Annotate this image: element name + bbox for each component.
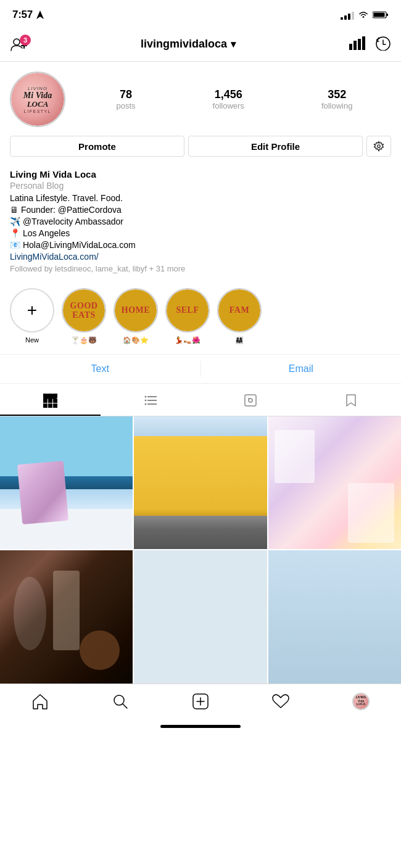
svg-point-36	[248, 398, 249, 399]
story-circle-fam[interactable]: FAM	[217, 288, 262, 333]
navigation-arrow-icon	[36, 10, 44, 19]
svg-rect-10	[358, 39, 361, 50]
tab-saved[interactable]	[301, 386, 402, 416]
display-name: Living Mi Vida Loca	[10, 169, 391, 180]
story-title-home: HOME	[122, 305, 150, 315]
story-item-good-eats[interactable]: GOODEATS 🍸🎂🐻	[62, 288, 106, 344]
story-title-good-eats: GOODEATS	[70, 301, 98, 320]
settings-button[interactable]	[366, 136, 391, 157]
svg-point-32	[144, 403, 146, 405]
text-button[interactable]: Text	[0, 355, 200, 383]
tab-bar	[0, 386, 401, 416]
promote-button[interactable]: Promote	[10, 136, 184, 157]
status-bar: 7:57	[0, 0, 401, 27]
story-item-new[interactable]: + New	[10, 288, 54, 344]
story-item-fam[interactable]: FAM 👨‍👩‍👧	[217, 288, 262, 344]
action-buttons: Promote Edit Profile	[10, 136, 391, 157]
nav-likes-button[interactable]	[262, 690, 299, 713]
chevron-down-icon: ▾	[231, 38, 236, 50]
header-username: livingmividaloca	[141, 38, 227, 51]
tab-tagged[interactable]	[200, 386, 301, 416]
nav-add-button[interactable]	[182, 690, 219, 713]
photo-grid	[0, 416, 401, 684]
posts-label: posts	[117, 101, 136, 110]
status-icons	[341, 10, 389, 20]
story-item-self[interactable]: SELF 💃👡🌺	[165, 288, 210, 344]
tab-list[interactable]	[101, 386, 201, 416]
bio-email: 📧 Hola@LivingMiVidaLoca.com	[10, 240, 391, 250]
bio-website-link[interactable]: LivingMiVidaLoca.com/	[10, 252, 391, 262]
svg-rect-27	[53, 403, 57, 408]
avatar[interactable]: LIVING Mi Vida LOCA LIFESTYL	[10, 72, 65, 127]
archive-icon	[375, 36, 391, 51]
svg-rect-24	[53, 399, 57, 403]
photo-cell-3[interactable]	[268, 416, 401, 549]
bio-ambassador: ✈️ @Travelocity Ambassador	[10, 217, 391, 226]
posts-stat[interactable]: 78 posts	[117, 88, 136, 110]
svg-rect-23	[48, 399, 52, 403]
edit-profile-button[interactable]: Edit Profile	[188, 136, 363, 157]
story-circle-self[interactable]: SELF	[165, 288, 210, 333]
svg-rect-31	[147, 400, 157, 401]
email-button[interactable]: Email	[201, 355, 402, 383]
svg-rect-3	[374, 13, 385, 17]
svg-rect-25	[43, 403, 48, 408]
grid-icon-simple	[43, 393, 57, 408]
story-label-self: 💃👡🌺	[175, 336, 200, 344]
tab-grid[interactable]	[0, 386, 101, 416]
svg-rect-11	[362, 36, 365, 50]
photo-cell-5[interactable]	[134, 550, 267, 683]
story-circle-home[interactable]: HOME	[114, 288, 158, 333]
bar-chart-icon	[349, 36, 365, 50]
followers-count: 1,456	[215, 88, 242, 101]
nav-search-button[interactable]	[102, 690, 139, 713]
svg-rect-34	[245, 395, 256, 406]
svg-rect-4	[387, 14, 389, 16]
followed-by: Followed by letsdineoc, lame_kat, libyf …	[10, 264, 391, 273]
photo-cell-6[interactable]	[268, 550, 401, 683]
gear-icon	[373, 141, 384, 152]
followers-label: followers	[213, 101, 244, 110]
svg-point-1	[363, 16, 365, 18]
svg-point-35	[249, 399, 252, 402]
posts-count: 78	[120, 88, 132, 101]
archive-button[interactable]	[375, 36, 391, 53]
profile-top-row: LIVING Mi Vida LOCA LIFESTYL 78 posts 1,…	[10, 72, 391, 127]
status-time: 7:57	[12, 9, 33, 21]
following-stat[interactable]: 352 following	[321, 88, 353, 110]
story-label-new: New	[25, 336, 39, 344]
contact-buttons: Text Email	[0, 354, 401, 384]
story-item-home[interactable]: HOME 🏠🎨⭐	[114, 288, 158, 344]
photo-cell-4[interactable]	[0, 550, 133, 683]
stats-row: 78 posts 1,456 followers 352 following	[78, 88, 391, 110]
profile-header: LIVING Mi Vida LOCA LIFESTYL 78 posts 1,…	[0, 62, 401, 169]
username-header[interactable]: livingmividaloca ▾	[141, 38, 236, 51]
top-nav: 3 livingmividaloca ▾	[0, 27, 401, 62]
bookmark-icon	[344, 393, 358, 408]
following-label: following	[321, 101, 353, 110]
bio-founder: 🖥 Founder: @PattieCordova	[10, 205, 391, 215]
bio-tagline: Latina Lifestyle. Travel. Food.	[10, 193, 391, 203]
bottom-nav: LIVINGVidaLOCA	[0, 684, 401, 716]
story-title-self: SELF	[176, 305, 199, 315]
nav-home-button[interactable]	[22, 690, 59, 713]
bio-location: 📍 Los Angeles	[10, 228, 391, 238]
svg-rect-19	[43, 394, 48, 398]
svg-rect-33	[147, 403, 157, 405]
followers-stat[interactable]: 1,456 followers	[213, 88, 244, 110]
heart-icon	[272, 693, 289, 710]
photo-cell-1[interactable]	[0, 416, 133, 549]
photo-cell-2[interactable]	[134, 416, 267, 549]
new-story-circle[interactable]: +	[10, 288, 54, 333]
nav-profile-button[interactable]: LIVINGVidaLOCA	[342, 690, 379, 713]
list-view-icon	[143, 393, 158, 408]
svg-marker-0	[36, 10, 44, 19]
home-indicator	[0, 716, 401, 737]
svg-rect-8	[349, 44, 352, 50]
stats-button[interactable]	[349, 36, 365, 52]
svg-rect-9	[353, 41, 357, 50]
add-person-button[interactable]: 3	[10, 37, 27, 52]
story-label-fam: 👨‍👩‍👧	[235, 336, 244, 344]
search-icon	[112, 693, 129, 710]
story-circle-good-eats[interactable]: GOODEATS	[62, 288, 106, 333]
